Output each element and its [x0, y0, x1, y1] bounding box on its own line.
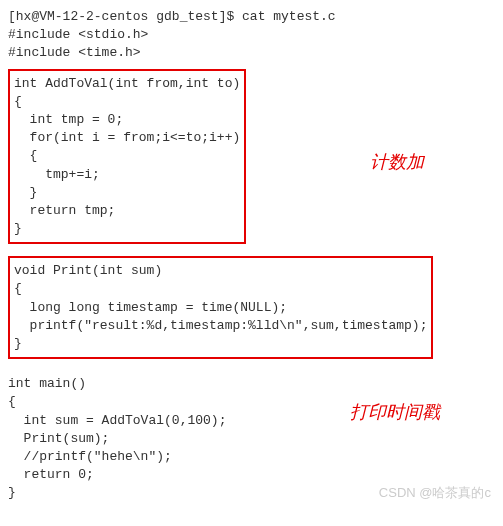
code-line: { — [14, 93, 240, 111]
include-1: #include <stdio.h> — [8, 26, 495, 44]
function-print-box: void Print(int sum) { long long timestam… — [8, 256, 433, 359]
code-line: long long timestamp = time(NULL); — [14, 299, 427, 317]
code-line: { — [14, 280, 427, 298]
code-line: } — [14, 220, 240, 238]
function-addtoval-box: int AddToVal(int from,int to) { int tmp … — [8, 69, 246, 245]
code-line: int AddToVal(int from,int to) — [14, 75, 240, 93]
code-line: Print(sum); — [8, 430, 495, 448]
include-2: #include <time.h> — [8, 44, 495, 62]
annotation-print-timestamp: 打印时间戳 — [350, 400, 440, 425]
shell-prompt: [hx@VM-12-2-centos gdb_test]$ cat mytest… — [8, 8, 495, 26]
code-line: } — [14, 184, 240, 202]
code-line: printf("result:%d,timestamp:%lld\n",sum,… — [14, 317, 427, 335]
code-line: int tmp = 0; — [14, 111, 240, 129]
annotation-count-add: 计数加 — [370, 150, 424, 175]
code-line: return 0; — [8, 466, 495, 484]
watermark: CSDN @哈茶真的c — [379, 484, 491, 502]
code-line: tmp+=i; — [14, 166, 240, 184]
code-line: int main() — [8, 375, 495, 393]
code-line: for(int i = from;i<=to;i++) — [14, 129, 240, 147]
code-line: } — [14, 335, 427, 353]
code-line: { — [14, 147, 240, 165]
code-line: return tmp; — [14, 202, 240, 220]
code-line: void Print(int sum) — [14, 262, 427, 280]
code-line: //printf("hehe\n"); — [8, 448, 495, 466]
